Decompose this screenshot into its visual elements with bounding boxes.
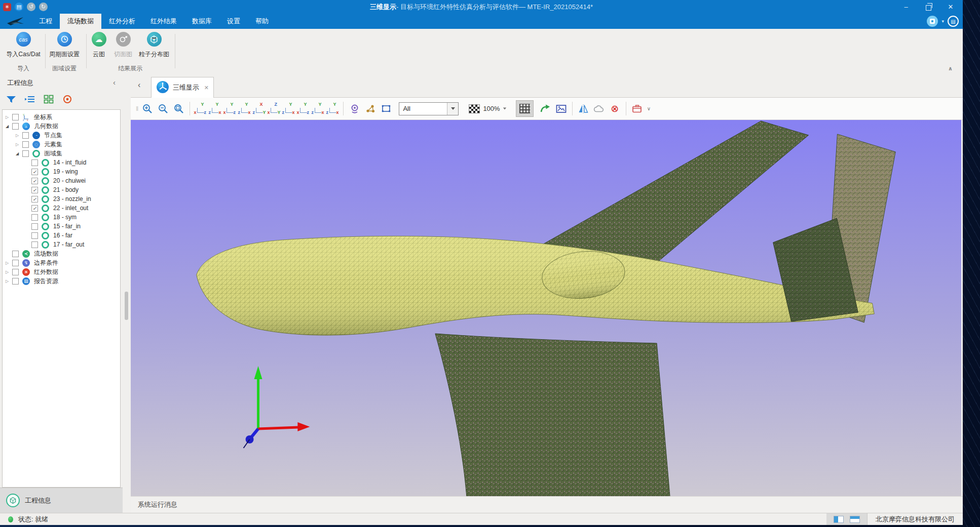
mirror-icon[interactable] [576,101,591,117]
opacity-checker-icon[interactable] [469,104,480,113]
checkbox[interactable] [31,223,38,230]
tree-item-geometry-data[interactable]: ◢ 几何数据 [3,121,120,131]
restore-button[interactable] [917,0,939,14]
screenshot-image-icon[interactable] [553,101,569,117]
close-button[interactable]: ✕ [939,0,962,14]
list-view-icon[interactable] [24,93,36,105]
std-view-back-icon[interactable]: zxY [208,101,222,116]
select-rect-icon[interactable] [378,101,394,117]
target-icon[interactable] [61,93,73,105]
tree-item-report-resources[interactable]: ▷ 报告资源 [3,276,120,286]
tree-item-far[interactable]: 16 - far [3,231,120,240]
chevron-down-icon[interactable]: ▾ [941,19,944,24]
tree-item-element-set[interactable]: ▷ 元素集 [3,140,120,149]
tab-close-icon[interactable]: ✕ [204,85,209,91]
std-view-left-icon[interactable]: xzY [222,101,237,116]
expander-icon[interactable]: ▷ [6,279,12,283]
tree-item-face-set[interactable]: ◢ 面域集 [3,149,120,158]
manual-icon[interactable]: ▤ [948,16,959,27]
tree-item-nozzle-in[interactable]: ✓ 23 - nozzle_in [3,194,120,204]
style-switcher-icon[interactable] [927,16,938,27]
tree-item-boundary-conditions[interactable]: ▷ 边界条件 [3,258,120,267]
tree-item-far-out[interactable]: 17 - far_out [3,240,120,249]
checkbox[interactable] [22,150,29,157]
layout-top-panel-icon[interactable] [850,516,860,523]
tab-scroll-left-icon[interactable]: ‹ [138,80,140,90]
iso-view-4-icon[interactable]: zxY [325,101,340,116]
menu-item-help[interactable]: 帮助 [248,14,276,29]
menu-item-engineering[interactable]: 工程 [31,14,60,29]
expander-icon[interactable]: ▷ [16,142,22,147]
checkbox[interactable]: ✓ [31,187,38,193]
new-document-icon[interactable]: ▤ [15,3,23,11]
checkbox[interactable]: ✓ [31,196,38,202]
checkbox[interactable] [22,141,29,148]
std-view-front-icon[interactable]: xzY [193,101,208,116]
save-scene-icon[interactable] [629,101,645,117]
save-dropdown-chevron-icon[interactable]: ∨ [647,106,651,111]
checkbox[interactable] [31,241,38,248]
redo-icon[interactable]: ↻ [39,3,48,11]
combobox-dropdown-icon[interactable] [447,103,458,115]
menu-item-database[interactable]: 数据库 [184,14,219,29]
expander-icon[interactable]: ◢ [6,124,12,129]
grid-view-icon[interactable] [43,93,55,105]
panel-splitter[interactable] [123,75,131,513]
iso-view-2-icon[interactable]: xzY [296,101,311,116]
probe-marker-icon[interactable] [347,101,362,117]
checkbox[interactable] [12,269,19,275]
checkbox[interactable] [31,159,38,166]
ribbon-collapse-icon[interactable]: ∧ [948,65,953,72]
tree-item-inlet-out[interactable]: ✓ 22 - inlet_out [3,204,120,213]
mesh-toggle-button[interactable] [516,100,534,117]
import-cas-dat-button[interactable]: cas 导入Cas/Dat [1,32,46,59]
zoom-out-icon[interactable] [155,101,171,117]
tree-item-flow-field-data[interactable]: 流场数据 [3,249,120,258]
clear-delete-icon[interactable]: ⊗ [607,101,623,117]
tree-item-infrared-data[interactable]: ▷ 红外数据 [3,267,120,276]
checkbox[interactable] [12,278,19,285]
checkbox[interactable]: ✓ [31,169,38,175]
minimize-button[interactable]: – [895,0,917,14]
checkbox[interactable] [22,132,29,139]
tree-item-node-set[interactable]: ▷ 节点集 [3,131,120,140]
viewport-3d[interactable] [131,120,961,496]
periodic-face-settings-button[interactable]: 周期面设置 [43,32,86,59]
iso-view-3-icon[interactable]: zxY [311,101,325,116]
std-view-right-icon[interactable]: zxY [237,101,252,116]
menu-item-settings[interactable]: 设置 [219,14,248,29]
std-view-top-icon[interactable]: zYX [252,101,267,116]
zoom-in-icon[interactable] [139,101,155,117]
contour-plot-button[interactable]: ☁ 云图 [86,32,111,59]
scrollbar-handle[interactable] [125,292,128,320]
menu-item-ir-results[interactable]: 红外结果 [143,14,184,29]
tree-item-wing[interactable]: ✓ 19 - wing [3,167,120,176]
export-share-icon[interactable] [538,101,553,117]
checkbox[interactable]: ✓ [31,205,38,212]
app-icon[interactable]: ✳ [3,3,11,11]
tree-item-int-fluid[interactable]: 14 - int_fluid [3,158,120,167]
expander-icon[interactable]: ◢ [16,151,22,156]
particles-icon[interactable] [362,101,378,117]
zoom-fit-icon[interactable] [171,101,186,117]
tab-3d-view[interactable]: 三维显示 ✕ [151,77,214,98]
std-view-bottom-icon[interactable]: xYZ [267,101,281,116]
checkbox[interactable] [31,214,38,221]
filter-icon[interactable] [5,93,17,105]
opacity-control[interactable]: 100% [483,105,506,112]
toolbar-drag-handle[interactable]: ‖ [136,105,137,112]
iso-view-1-icon[interactable]: zxY [281,101,296,116]
panel-footer-project-info[interactable]: 工程信息 [0,488,123,513]
checkbox[interactable]: ✓ [31,178,38,184]
checkbox[interactable] [12,260,19,266]
tree-item-sym[interactable]: 18 - sym [3,213,120,222]
menu-item-ir-analysis[interactable]: 红外分析 [101,14,143,29]
tree-item-body[interactable]: ✓ 21 - body [3,185,120,194]
expander-icon[interactable]: ▷ [6,115,12,119]
cloud-outline-icon[interactable] [591,101,607,117]
tree-item-coordinate-system[interactable]: ▷ Yzx 坐标系 [3,112,120,121]
panel-collapse-icon[interactable]: ‹ [113,78,116,87]
checkbox[interactable] [31,232,38,239]
expander-icon[interactable]: ▷ [16,133,22,138]
checkbox[interactable] [12,123,19,130]
